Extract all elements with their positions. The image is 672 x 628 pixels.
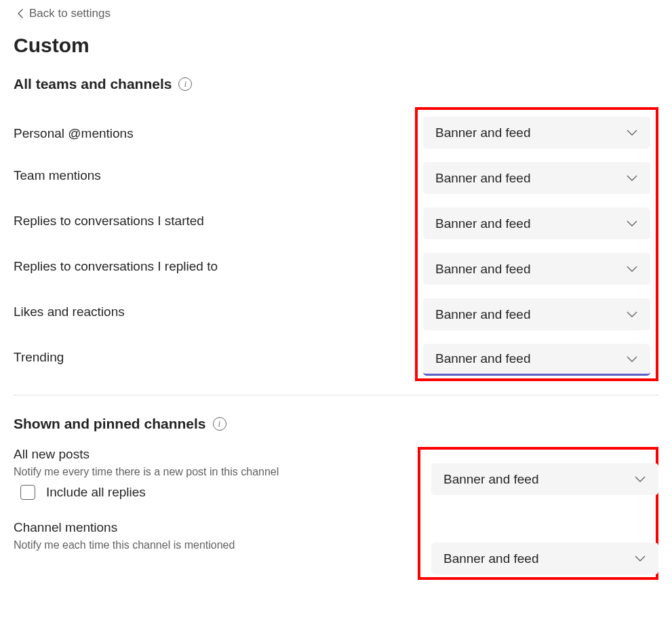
setting-label: Likes and reactions [14,305,125,319]
dropdown-value: Banner and feed [435,171,531,186]
chevron-down-icon [626,174,638,182]
include-replies-label: Include all replies [46,485,146,500]
team-mentions-dropdown[interactable]: Banner and feed [423,162,650,194]
section-header-shown-pinned: Shown and pinned channels i [14,416,658,432]
chevron-down-icon [626,265,638,273]
likes-reactions-dropdown[interactable]: Banner and feed [423,298,650,330]
back-label: Back to settings [29,7,111,20]
dropdown-value: Banner and feed [435,125,531,140]
section-header-all-teams: All teams and channels i [14,76,658,92]
highlight-annotation: Banner and feed Banner and feed [418,447,658,580]
section-divider [14,395,658,395]
all-new-posts-description: Notify me every time there is a new post… [14,466,418,478]
setting-label: Team mentions [14,168,101,183]
channel-mentions-description: Notify me each time this channel is ment… [14,539,418,551]
section-title: Shown and pinned channels [14,416,206,432]
replies-started-dropdown[interactable]: Banner and feed [423,208,650,239]
dropdown-value: Banner and feed [435,351,531,366]
dropdown-value: Banner and feed [435,216,531,231]
chevron-down-icon [626,355,638,363]
section-title: All teams and channels [14,76,172,92]
back-to-settings-link[interactable]: Back to settings [14,7,658,20]
all-new-posts-dropdown[interactable]: Banner and feed [431,463,658,495]
chevron-down-icon [626,220,638,227]
setting-label: Replies to conversations I replied to [14,259,218,274]
chevron-down-icon [626,129,638,136]
channel-mentions-label: Channel mentions [14,520,418,535]
replies-replied-dropdown[interactable]: Banner and feed [423,253,650,285]
setting-label: Replies to conversations I started [14,214,204,229]
personal-mentions-dropdown[interactable]: Banner and feed [423,117,650,149]
dropdown-value: Banner and feed [443,472,539,487]
highlight-annotation: Banner and feed Banner and feed Banner a… [415,107,658,381]
include-replies-checkbox[interactable] [20,485,35,500]
setting-label: Personal @mentions [14,126,134,141]
setting-label: Trending [14,350,64,365]
channel-mentions-dropdown[interactable]: Banner and feed [431,543,658,574]
trending-dropdown[interactable]: Banner and feed [423,344,650,376]
dropdown-value: Banner and feed [443,551,539,566]
chevron-down-icon [634,475,646,483]
chevron-down-icon [626,311,638,318]
info-icon[interactable]: i [213,417,226,431]
dropdown-value: Banner and feed [435,262,531,277]
chevron-left-icon [17,8,24,19]
page-title: Custom [14,34,658,57]
all-new-posts-label: All new posts [14,447,418,462]
chevron-down-icon [634,555,646,562]
dropdown-value: Banner and feed [435,307,531,322]
info-icon[interactable]: i [178,77,192,91]
